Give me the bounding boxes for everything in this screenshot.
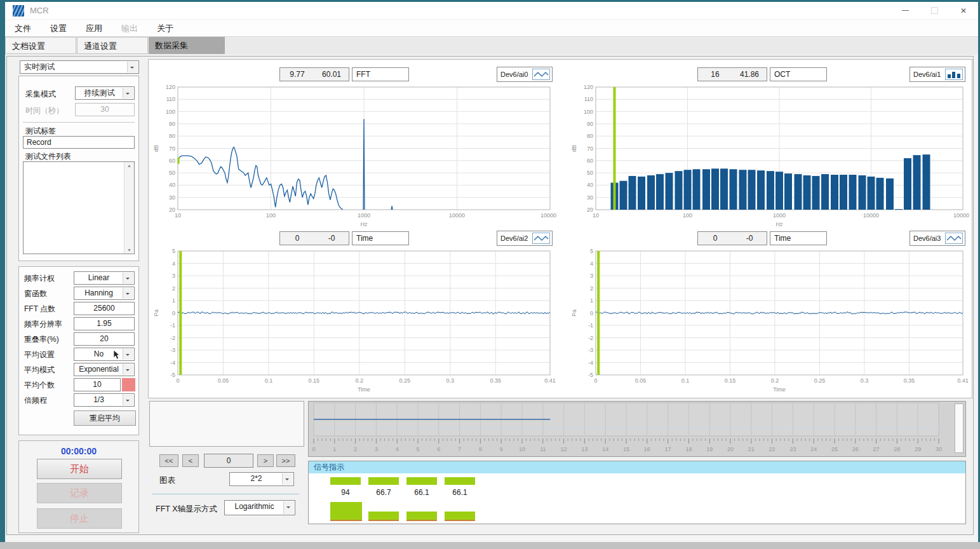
- svg-text:Time: Time: [358, 386, 370, 393]
- octave-select[interactable]: 1/3: [74, 393, 135, 407]
- page-number-field[interactable]: 0: [204, 454, 253, 468]
- fft-type-box[interactable]: FFT: [352, 67, 409, 81]
- restart-average-button[interactable]: 重启平均: [74, 410, 136, 426]
- scroll-up-icon[interactable]: ▲: [124, 163, 134, 168]
- svg-text:16: 16: [644, 446, 650, 452]
- display-controls-panel: << < 0 > >> 图表 2*2 FFT X轴显示方式 Logarithmi…: [148, 400, 305, 529]
- oct-plot[interactable]: 2030405060708090100110120101001000100001…: [570, 84, 969, 229]
- avg-setting-label: 平均设置: [24, 349, 55, 360]
- freq-resolution-input[interactable]: 1.95: [74, 317, 135, 330]
- tab-data-acquisition[interactable]: 数据采集: [149, 37, 225, 54]
- listbox-scrollbar[interactable]: ▲ ▼: [124, 162, 134, 254]
- svg-text:0.05: 0.05: [218, 377, 229, 384]
- avg-setting-select[interactable]: No: [74, 348, 135, 361]
- oct-channel-box[interactable]: Dev6/ai1: [910, 67, 965, 82]
- time3-cursor-readout: 0 -0: [697, 231, 767, 245]
- oct-type-box[interactable]: OCT: [770, 67, 827, 81]
- start-button[interactable]: 开始: [37, 459, 122, 479]
- svg-text:1000: 1000: [358, 212, 370, 219]
- time-ai2-plot[interactable]: -5-4-3-2-101234500.050.10.150.20.250.30.…: [152, 248, 556, 394]
- avg-mode-select[interactable]: Exponential: [74, 363, 135, 376]
- svg-text:dB: dB: [571, 145, 577, 152]
- fft-channel-box[interactable]: Dev6/ai0: [497, 67, 553, 82]
- close-icon: ✕: [960, 6, 967, 15]
- time2-type-box[interactable]: Time: [352, 231, 409, 245]
- svg-text:28: 28: [894, 446, 900, 452]
- svg-text:18: 18: [685, 446, 692, 452]
- signal-level-value: 94: [330, 488, 361, 497]
- menu-settings[interactable]: 设置: [41, 23, 76, 34]
- chevron-down-icon[interactable]: [123, 288, 133, 299]
- chevron-down-icon[interactable]: [123, 395, 133, 405]
- tab-channel-settings[interactable]: 通道设置: [77, 37, 148, 54]
- svg-text:25: 25: [831, 446, 838, 452]
- chevron-down-icon[interactable]: [127, 62, 138, 72]
- svg-text:70: 70: [169, 146, 175, 152]
- time3-channel-box[interactable]: Dev6/ai3: [910, 231, 965, 246]
- freq-weighting-select[interactable]: Linear: [74, 271, 135, 285]
- menu-application[interactable]: 应用: [76, 23, 112, 34]
- svg-text:5: 5: [172, 248, 175, 254]
- fft-xaxis-mode-select[interactable]: Logarithmic: [224, 500, 295, 515]
- page-next-button[interactable]: >: [257, 454, 274, 467]
- avg-count-input[interactable]: 10: [74, 378, 121, 391]
- minimize-icon: [902, 10, 909, 11]
- window-frame: [5, 535, 978, 542]
- fft-points-input[interactable]: 25600: [74, 302, 135, 315]
- svg-text:30: 30: [936, 446, 942, 452]
- chevron-down-icon[interactable]: [283, 501, 294, 514]
- maximize-button[interactable]: [920, 2, 949, 19]
- svg-text:11: 11: [540, 446, 546, 452]
- oct-channel-label: Dev6/ai1: [913, 71, 945, 78]
- test-file-listbox[interactable]: ▲ ▼: [23, 161, 135, 254]
- scroll-down-icon[interactable]: ▼: [124, 248, 134, 252]
- time2-channel-box[interactable]: Dev6/ai2: [497, 231, 553, 246]
- svg-text:4: 4: [590, 261, 593, 267]
- minimize-button[interactable]: [890, 2, 920, 19]
- svg-text:Hz: Hz: [361, 221, 368, 227]
- svg-text:0.15: 0.15: [309, 377, 320, 384]
- run-control-group: 00:00:00 开始 记录 停止: [18, 440, 139, 533]
- acq-mode-select[interactable]: 持续测试: [75, 86, 135, 100]
- svg-text:-3: -3: [588, 347, 593, 353]
- svg-text:90: 90: [169, 121, 175, 127]
- svg-text:0.2: 0.2: [356, 377, 364, 384]
- time2-readout-y: -0: [314, 234, 349, 243]
- signal-top-bar: [406, 477, 437, 485]
- chevron-down-icon[interactable]: [123, 273, 133, 283]
- test-tag-input[interactable]: Record: [23, 136, 135, 149]
- window-func-select[interactable]: Hanning: [74, 287, 135, 300]
- time-ai3-plot[interactable]: -5-4-3-2-101234500.050.10.150.20.250.30.…: [570, 248, 969, 394]
- menu-output: 输出: [112, 23, 147, 34]
- chevron-down-icon[interactable]: [123, 364, 133, 375]
- svg-text:Time: Time: [773, 386, 786, 393]
- chevron-down-icon[interactable]: [123, 349, 133, 360]
- svg-text:100000: 100000: [953, 212, 969, 219]
- fft-plot[interactable]: 2030405060708090100110120101001000100001…: [152, 84, 556, 229]
- chart-layout-select[interactable]: 2*2: [229, 472, 294, 486]
- page-prev-button[interactable]: <: [182, 454, 199, 467]
- signal-top-bar: [445, 477, 475, 485]
- fft-cursor-readout: 9.77 60.01: [279, 67, 349, 81]
- timeline-scrollbar[interactable]: [955, 403, 963, 453]
- tab-document-settings[interactable]: 文档设置: [5, 37, 76, 54]
- page-first-button[interactable]: <<: [159, 454, 178, 467]
- chevron-down-icon[interactable]: [123, 88, 133, 98]
- overlap-input[interactable]: 20: [74, 332, 135, 346]
- close-button[interactable]: ✕: [949, 2, 978, 19]
- timeline-ruler[interactable]: 0123456789101112131415161718192021222324…: [309, 402, 953, 456]
- menu-about[interactable]: 关于: [147, 23, 183, 34]
- signal-meter-block: [330, 502, 362, 521]
- chevron-down-icon[interactable]: [282, 473, 293, 485]
- svg-text:9: 9: [500, 446, 503, 452]
- time3-channel-label: Dev6/ai3: [913, 234, 945, 242]
- record-timeline[interactable]: 0123456789101112131415161718192021222324…: [308, 401, 966, 457]
- svg-text:7: 7: [458, 446, 461, 452]
- page-last-button[interactable]: >>: [276, 454, 295, 467]
- time3-type-box[interactable]: Time: [770, 231, 827, 245]
- chart-panel-time-ai2: 0 -0 Time Dev6/ai2 -5-4-3-2-101234500.05…: [152, 230, 556, 394]
- signal-level-value: 66.7: [368, 488, 399, 497]
- menu-file[interactable]: 文件: [5, 23, 41, 34]
- test-mode-select[interactable]: 实时测试: [20, 60, 139, 74]
- svg-text:3: 3: [172, 273, 175, 279]
